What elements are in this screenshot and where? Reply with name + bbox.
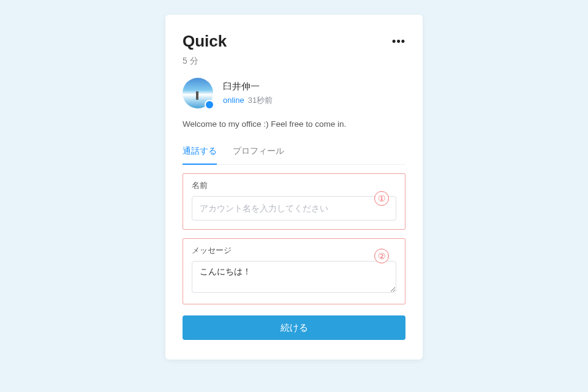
status-label: online bbox=[223, 96, 244, 105]
card-header: Quick ••• bbox=[183, 32, 405, 51]
message-label: メッセージ bbox=[192, 245, 396, 256]
welcome-text: Welcome to my office :) Feel free to com… bbox=[183, 119, 405, 129]
profile-card: Quick ••• 5 分 臼井伸一 online31秒前 Welcome to… bbox=[165, 15, 423, 360]
tab-profile[interactable]: プロフィール bbox=[233, 140, 284, 164]
app-title: Quick bbox=[183, 32, 227, 51]
continue-button[interactable]: 続ける bbox=[183, 315, 405, 340]
more-horizontal-icon[interactable]: ••• bbox=[392, 35, 405, 48]
presence-dot-icon bbox=[205, 100, 214, 110]
user-info: 臼井伸一 online31秒前 bbox=[223, 81, 273, 106]
tabs: 通話する プロフィール bbox=[183, 140, 405, 165]
name-field-group: 名前 ① bbox=[183, 173, 405, 230]
name-input[interactable] bbox=[192, 196, 396, 221]
time-ago: 31秒前 bbox=[248, 96, 273, 105]
message-input[interactable] bbox=[192, 261, 396, 293]
duration-label: 5 分 bbox=[183, 56, 405, 67]
name-label: 名前 bbox=[192, 180, 396, 191]
tab-call[interactable]: 通話する bbox=[183, 140, 217, 164]
user-meta: online31秒前 bbox=[223, 95, 273, 106]
user-name: 臼井伸一 bbox=[223, 81, 273, 92]
avatar-wrap bbox=[183, 78, 213, 108]
message-field-group: メッセージ ② bbox=[183, 238, 405, 304]
user-row: 臼井伸一 online31秒前 bbox=[183, 78, 405, 108]
